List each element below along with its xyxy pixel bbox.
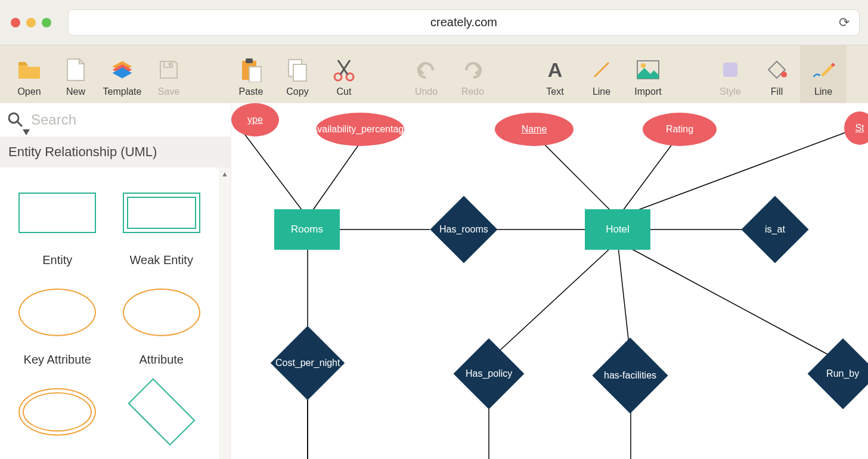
line-tool-button[interactable]: Line (578, 45, 625, 103)
svg-rect-6 (293, 64, 306, 81)
shape-category-header[interactable]: Entity Relationship (UML) (0, 137, 231, 168)
redo-button[interactable]: Redo (450, 45, 496, 103)
attribute-rating[interactable]: Rating (643, 113, 717, 146)
line-icon (590, 58, 613, 82)
shapes-panel: Entity Relationship (UML) ▲ Entity Weak … (0, 103, 231, 459)
line-label: Line (593, 86, 610, 97)
cut-icon (332, 58, 356, 82)
undo-label: Undo (415, 86, 438, 97)
scrollbar[interactable]: ▲ (219, 168, 231, 459)
svg-line-28 (489, 241, 618, 361)
shape-attribute[interactable]: Attribute (111, 283, 212, 367)
attr-label: ype (247, 114, 263, 125)
shape-label: Entity (42, 253, 72, 267)
shape-multivalued-attribute[interactable] (7, 382, 108, 442)
rel-label: Run_by (826, 368, 859, 379)
folder-icon (17, 58, 41, 82)
text-label: Text (546, 86, 563, 97)
rel-label: Cost_per_night (275, 358, 340, 368)
open-label: Open (17, 86, 41, 97)
paste-label: Paste (239, 86, 264, 97)
diagram-canvas[interactable]: ype Availability_percentage Name Rating … (231, 103, 868, 459)
fill-button[interactable]: Fill (754, 45, 800, 103)
save-label: Save (158, 86, 179, 97)
paste-button[interactable]: Paste (228, 45, 274, 103)
open-button[interactable]: Open (6, 45, 52, 103)
line-draw-button[interactable]: Line (800, 45, 847, 103)
shape-label: Key Attribute (24, 353, 91, 367)
new-label: New (66, 86, 85, 97)
svg-text:A: A (548, 59, 563, 80)
attr-label: St (855, 123, 864, 134)
text-icon: A (543, 58, 567, 82)
reload-icon[interactable]: ⟳ (839, 15, 850, 30)
rel-label: has-facilities (604, 370, 656, 381)
template-label: Template (103, 86, 142, 97)
minimize-window-icon[interactable] (26, 18, 36, 27)
edges (231, 103, 868, 459)
maximize-window-icon[interactable] (42, 18, 51, 27)
address-bar[interactable]: creately.com ⟳ (68, 10, 860, 36)
rel-label: is_at (765, 224, 785, 235)
save-icon (157, 58, 181, 82)
entity-label: Hotel (606, 224, 630, 235)
copy-button[interactable]: Copy (274, 45, 321, 103)
undo-icon (414, 58, 438, 82)
attribute-availability[interactable]: Availability_percentage (316, 113, 404, 146)
new-button[interactable]: New (52, 45, 99, 103)
svg-line-18 (17, 122, 22, 126)
browser-chrome: creately.com ⟳ (0, 0, 868, 45)
search-input[interactable] (31, 111, 224, 128)
workspace: Entity Relationship (UML) ▲ Entity Weak … (0, 103, 868, 459)
entity-rooms[interactable]: Rooms (274, 209, 340, 250)
paste-icon (239, 58, 263, 82)
style-button[interactable]: Style (707, 45, 754, 103)
address-url: creately.com (430, 15, 497, 29)
window-controls (0, 18, 62, 27)
svg-line-21 (534, 134, 618, 218)
text-tool-button[interactable]: A Text (532, 45, 578, 103)
pencil-icon (811, 58, 835, 82)
svg-point-17 (9, 113, 18, 123)
fill-icon (765, 58, 789, 82)
svg-line-12 (594, 63, 609, 77)
copy-label: Copy (286, 86, 308, 97)
entity-hotel[interactable]: Hotel (585, 209, 650, 250)
entity-label: Rooms (291, 224, 323, 235)
attr-label: Name (522, 124, 547, 135)
template-icon (110, 58, 134, 82)
style-label: Style (720, 86, 741, 97)
import-label: Import (634, 86, 661, 97)
shape-relationship[interactable] (111, 382, 212, 442)
shape-label: Attribute (140, 353, 184, 367)
save-button[interactable]: Save (145, 45, 192, 103)
template-button[interactable]: Template (99, 45, 145, 103)
import-icon (636, 58, 660, 82)
svg-rect-1 (169, 63, 171, 66)
category-label: Entity Relationship (UML) (8, 144, 157, 160)
shape-entity[interactable]: Entity (7, 183, 108, 267)
close-window-icon[interactable] (11, 18, 20, 27)
svg-line-20 (308, 144, 359, 218)
shape-key-attribute[interactable]: Key Attribute (7, 283, 108, 367)
svg-rect-3 (246, 58, 253, 63)
svg-line-22 (618, 134, 680, 218)
attribute-type[interactable]: ype (231, 103, 279, 137)
import-button[interactable]: Import (625, 45, 671, 103)
attribute-name[interactable]: Name (495, 113, 574, 146)
shapes-list: ▲ Entity Weak Entity Key Attribute Attri… (0, 168, 231, 459)
new-file-icon (64, 58, 88, 82)
svg-line-19 (243, 132, 308, 218)
style-icon (718, 58, 742, 82)
cut-label: Cut (337, 86, 352, 97)
attr-label: Availability_percentage (311, 124, 409, 135)
shape-label: Weak Entity (130, 253, 193, 267)
scroll-up-icon[interactable]: ▲ (221, 170, 228, 178)
rel-label: Has_policy (466, 368, 512, 379)
search-icon[interactable] (7, 111, 24, 128)
cut-button[interactable]: Cut (321, 45, 367, 103)
shape-weak-entity[interactable]: Weak Entity (111, 183, 212, 267)
rel-label: Has_rooms (439, 224, 488, 235)
undo-button[interactable]: Undo (403, 45, 450, 103)
main-toolbar: Open New Template Save Paste Copy C (0, 45, 868, 103)
